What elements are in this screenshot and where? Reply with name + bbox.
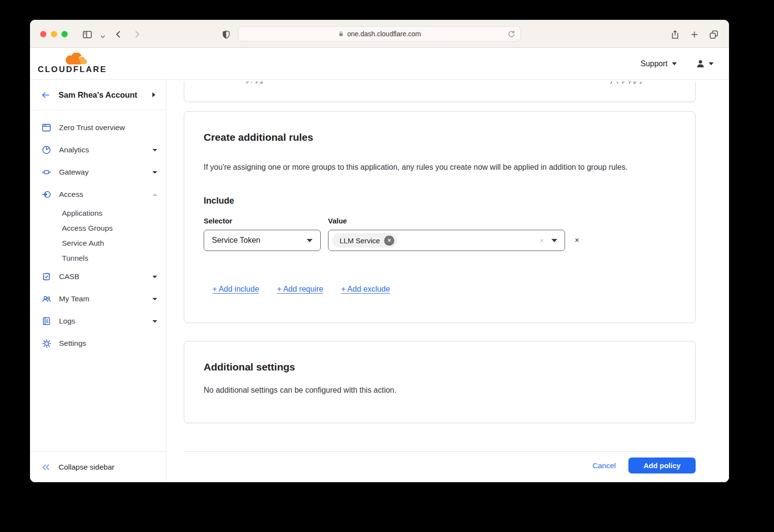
minimize-window-button[interactable] [51, 31, 57, 37]
chevron-down-icon [709, 62, 714, 65]
chevron-down-icon [152, 171, 157, 174]
sidebar-item-applications[interactable]: Applications [30, 206, 166, 221]
footer-divider [184, 451, 696, 452]
sidebar-item-label: Zero Trust overview [59, 123, 125, 132]
support-label: Support [640, 59, 668, 68]
check-square-sync-icon [41, 271, 52, 282]
add-require-link[interactable]: + Add require [277, 285, 324, 294]
support-menu[interactable]: Support [640, 59, 677, 68]
sidebar-subitem-label: Access Groups [62, 224, 113, 233]
sidebar: Sam Rhea's Account Zero Trust overview [30, 80, 166, 482]
access-login-arrow-icon [41, 189, 52, 200]
new-tab-icon[interactable] [688, 28, 700, 41]
sidebar-item-label: CASB [59, 272, 79, 281]
team-people-icon [41, 294, 52, 304]
chevron-down-icon[interactable] [551, 239, 557, 242]
value-label: Value [328, 216, 347, 225]
sidebar-item-label: My Team [59, 295, 89, 303]
card-description: If you're assigning one or more groups t… [204, 162, 676, 173]
remove-tag-button[interactable]: × [384, 236, 394, 246]
log-document-icon [41, 316, 52, 326]
access-submenu: Applications Access Groups Service Auth … [30, 206, 166, 266]
sidebar-item-label: Access [59, 190, 83, 199]
sidebar-item-label: Gateway [59, 168, 89, 177]
add-policy-button[interactable]: Add policy [628, 458, 696, 473]
cloudflare-cloud-icon [63, 53, 89, 66]
reload-icon[interactable] [507, 30, 516, 40]
create-additional-rules-card: Create additional rules If you're assign… [184, 111, 696, 323]
gear-icon [41, 338, 52, 349]
include-heading: Include [204, 195, 676, 207]
settings-body-text: No additional settings can be configured… [204, 385, 676, 396]
sidebar-item-casb[interactable]: CASB [30, 266, 166, 288]
user-menu[interactable] [695, 59, 714, 69]
add-exclude-link[interactable]: + Add exclude [341, 285, 390, 294]
clipped-text: y ( p pg y [610, 82, 643, 84]
app-header: CLOUDFLARE Support [30, 48, 729, 80]
user-avatar-icon [695, 59, 706, 69]
selector-dropdown[interactable]: Service Token [204, 230, 321, 251]
cancel-button[interactable]: Cancel [593, 461, 616, 470]
pie-chart-icon [41, 145, 52, 155]
remove-rule-button[interactable]: × [575, 236, 579, 244]
sidebar-subitem-label: Service Auth [62, 239, 104, 248]
close-window-button[interactable] [40, 31, 46, 37]
clipped-divider [259, 82, 259, 88]
sidebar-item-my-team[interactable]: My Team [30, 288, 166, 310]
browser-toolbar: one.dash.cloudflare.com [30, 20, 729, 48]
double-chevron-left-icon [42, 463, 50, 472]
form-footer: Cancel Add policy [184, 458, 696, 473]
privacy-shield-icon[interactable] [220, 28, 232, 41]
collapse-sidebar-button[interactable]: Collapse sidebar [30, 451, 166, 482]
browser-window: one.dash.cloudflare.com [30, 20, 729, 482]
selector-selected-value: Service Token [212, 236, 260, 245]
value-tag-label: LLM Service [340, 236, 380, 245]
clear-value-button[interactable]: × [539, 236, 544, 245]
additional-settings-card: Additional settings No additional settin… [184, 341, 696, 423]
sidebar-subitem-label: Applications [62, 209, 103, 218]
account-name: Sam Rhea's Account [59, 90, 137, 100]
sidebar-item-analytics[interactable]: Analytics [30, 139, 166, 161]
cloudflare-wordmark: CLOUDFLARE [38, 65, 107, 74]
main-content: p, pg y ( p pg y Create additional rules… [166, 80, 729, 482]
sidebar-subitem-label: Tunnels [62, 254, 89, 263]
forward-button[interactable] [131, 28, 143, 41]
share-icon[interactable] [669, 28, 681, 41]
sidebar-chevron-down-icon[interactable] [96, 30, 109, 43]
chevron-down-icon [152, 276, 157, 278]
back-arrow-icon[interactable] [41, 90, 51, 100]
value-multiselect[interactable]: LLM Service × × [328, 230, 565, 251]
traffic-lights [40, 31, 68, 37]
lock-icon [338, 30, 344, 37]
chevron-down-icon [152, 149, 157, 151]
chevron-down-icon [672, 62, 677, 65]
gateway-node-icon [41, 167, 52, 177]
sidebar-item-settings[interactable]: Settings [30, 332, 166, 355]
value-tag: LLM Service × [332, 233, 397, 248]
account-switcher[interactable]: Sam Rhea's Account [30, 80, 166, 110]
address-bar[interactable]: one.dash.cloudflare.com [238, 26, 521, 42]
chevron-right-icon[interactable] [152, 92, 155, 97]
collapse-sidebar-label: Collapse sidebar [59, 463, 114, 472]
overview-window-icon [41, 122, 52, 133]
cloudflare-logo[interactable]: CLOUDFLARE [38, 53, 107, 74]
sidebar-item-zero-trust-overview[interactable]: Zero Trust overview [30, 117, 166, 139]
card-title: Additional settings [204, 361, 676, 373]
zoom-window-button[interactable] [61, 31, 68, 37]
sidebar-item-tunnels[interactable]: Tunnels [30, 251, 166, 266]
back-button[interactable] [112, 28, 125, 41]
sidebar-item-label: Analytics [59, 146, 89, 154]
chevron-down-icon [152, 298, 157, 300]
sidebar-item-logs[interactable]: Logs [30, 310, 166, 332]
chevron-up-icon [152, 193, 157, 196]
card-title: Create additional rules [204, 131, 676, 144]
add-include-link[interactable]: + Add include [212, 285, 259, 294]
url-text: one.dash.cloudflare.com [347, 30, 421, 38]
tab-overview-icon[interactable] [707, 28, 720, 41]
sidebar-item-service-auth[interactable]: Service Auth [30, 236, 166, 251]
chevron-down-icon [307, 239, 313, 242]
sidebar-item-gateway[interactable]: Gateway [30, 161, 166, 183]
sidebar-item-access-groups[interactable]: Access Groups [30, 221, 166, 236]
sidebar-toggle-icon[interactable] [81, 28, 93, 41]
sidebar-item-access[interactable]: Access [30, 183, 166, 206]
